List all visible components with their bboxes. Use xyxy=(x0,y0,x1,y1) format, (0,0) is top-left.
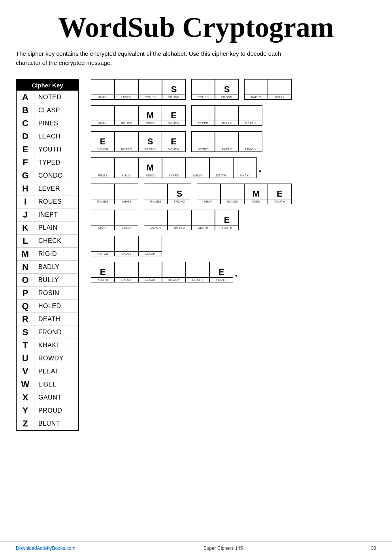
puzzle-cell: KHAKI xyxy=(91,210,115,230)
cell-cipher-word: LEACH xyxy=(239,147,262,152)
footer-left: DownloadActivityBooks.com xyxy=(16,546,75,551)
cell-cipher-word: ROUES xyxy=(91,199,114,204)
cipher-key-row: KPLAIN xyxy=(17,221,78,234)
puzzle-cell: DEATH xyxy=(209,157,233,178)
cipher-key-row: XGAUNT xyxy=(17,391,78,404)
puzzle-row: NOTEDBADLYLEACH xyxy=(91,236,376,256)
cipher-key-word: FROND xyxy=(34,326,66,339)
cipher-key-letter: Y xyxy=(17,404,34,417)
cipher-key-letter: V xyxy=(17,365,34,378)
cipher-key-word: LIBEL xyxy=(34,378,60,391)
cell-cipher-word: DEATH xyxy=(239,121,262,125)
cipher-key-row: EYOUTH xyxy=(17,143,78,156)
cipher-key-word: DEATH xyxy=(34,313,64,326)
decoded-letter: E xyxy=(219,268,224,277)
puzzle-cell: ROUES xyxy=(144,184,168,204)
cell-cipher-word: BULLY xyxy=(115,173,138,178)
cipher-key-row: YPROUD xyxy=(17,404,78,417)
puzzle-cell: MRIGID xyxy=(244,184,268,204)
puzzle-cell: KHAKI xyxy=(91,105,115,126)
puzzle-cell: EYOUTH xyxy=(215,210,239,230)
cell-cipher-word: BULLY xyxy=(268,95,291,99)
cipher-key-word: ROUES xyxy=(34,195,66,208)
cipher-key-letter: R xyxy=(17,313,34,326)
cipher-key-row: HLEVER xyxy=(17,182,78,195)
puzzle-cell: EYOUTH xyxy=(162,131,186,152)
cell-cipher-word: FROND xyxy=(162,95,185,99)
cell-space xyxy=(239,79,244,100)
cell-cipher-word: KHAKI xyxy=(115,199,138,204)
cipher-key-letter: H xyxy=(17,182,34,195)
puzzle-cell: TYPED xyxy=(162,157,186,178)
decoded-letter: S xyxy=(224,85,230,95)
cipher-key-letter: O xyxy=(17,274,34,286)
cipher-key-letter: I xyxy=(17,195,34,208)
cipher-key-word: BULLY xyxy=(34,274,63,286)
puzzle-cell: NOTED xyxy=(91,236,115,256)
cell-cipher-word: DEATH xyxy=(192,225,215,230)
cipher-key-rows: ANOTEDBCLASPCPINESDLEACHEYOUTHFTYPEDGCON… xyxy=(17,91,78,430)
cipher-key-row: FTYPED xyxy=(17,156,78,169)
puzzle-cell: SFROND xyxy=(162,79,186,100)
footer: DownloadActivityBooks.com Super Ciphers … xyxy=(0,541,392,555)
cipher-key-row: WLIBEL xyxy=(17,378,78,391)
decoded-letter: E xyxy=(171,137,177,147)
cipher-key-letter: T xyxy=(17,339,34,352)
cipher-key-row: VPLEAT xyxy=(17,365,78,378)
cipher-key-letter: B xyxy=(17,104,34,117)
cell-cipher-word: YOUTH xyxy=(162,147,185,152)
puzzle-area: KHAKILEVERROUESSFRONDROUESSFRONDBADLYBUL… xyxy=(91,79,376,288)
cipher-key-letter: J xyxy=(17,208,34,221)
cipher-key-letter: S xyxy=(17,326,34,339)
cipher-key-row: GCONDO xyxy=(17,169,78,182)
cell-cipher-word: NOTED xyxy=(192,147,215,152)
cell-cipher-word: LEACH xyxy=(144,225,167,230)
cell-cipher-word: PINES xyxy=(91,173,114,178)
puzzle-cell: BULLY xyxy=(115,157,138,178)
cipher-key-word: CLASP xyxy=(34,104,64,117)
cell-cipher-word: NOTED xyxy=(115,147,138,152)
cipher-key-letter: G xyxy=(17,169,34,182)
puzzle-cell: BADLY xyxy=(244,79,268,100)
puzzle-cell: DEATH xyxy=(239,105,262,126)
cipher-key-letter: E xyxy=(17,143,34,156)
cipher-key-letter: L xyxy=(17,235,34,247)
cipher-key-letter: D xyxy=(17,130,34,143)
cipher-key-row: ANOTED xyxy=(17,91,78,104)
page-title: WordSub Cryptogram xyxy=(16,12,376,43)
cipher-key-word: PLEAT xyxy=(34,365,63,378)
cell-cipher-word: FROND xyxy=(139,147,162,152)
cell-cipher-word: DEATH xyxy=(210,173,233,178)
cipher-key-letter: C xyxy=(17,117,34,130)
puzzle-cell: MRIGID xyxy=(138,105,162,126)
cipher-key-letter: N xyxy=(17,261,34,273)
decoded-letter: S xyxy=(171,85,177,95)
cell-cipher-word: YOUTH xyxy=(215,225,238,230)
cipher-key-word: PINES xyxy=(34,117,62,130)
cipher-key-letter: W xyxy=(17,378,34,391)
cell-cipher-word: FROND xyxy=(215,95,238,99)
decoded-letter: E xyxy=(224,216,230,225)
cell-cipher-word: TYPED xyxy=(192,121,215,125)
cipher-key-row: OBULLY xyxy=(17,273,78,286)
cipher-key-row: LCHECK xyxy=(17,234,78,247)
puzzle-row: ROUESKHAKIROUESSFRONDKHAKIROUESMRIGIDEYO… xyxy=(91,184,376,204)
decoded-letter: E xyxy=(171,111,177,121)
cell-cipher-word: BULLY xyxy=(215,121,238,125)
cell-cipher-word: ROUES xyxy=(115,121,138,125)
puzzle-cell: DEATH xyxy=(186,262,209,282)
cell-cipher-word: BADLY xyxy=(245,95,268,99)
cipher-key-row: NBADLY xyxy=(17,260,78,273)
cipher-key-row: CPINES xyxy=(17,117,78,130)
cell-cipher-word: BADLY xyxy=(115,277,138,282)
cell-cipher-word: TYPED xyxy=(162,173,185,178)
puzzle-cell: TYPED xyxy=(191,105,215,126)
decoded-letter: E xyxy=(100,137,106,147)
cell-cipher-word: ROUES xyxy=(139,95,162,99)
cell-cipher-word: YOUTH xyxy=(91,277,114,282)
puzzle-cell: KHAKI xyxy=(91,79,115,100)
cell-cipher-word: RIGID xyxy=(245,199,268,204)
decoded-letter: E xyxy=(277,189,283,199)
cell-cipher-word: BADLY xyxy=(215,147,238,152)
cipher-key-letter: A xyxy=(17,91,34,104)
